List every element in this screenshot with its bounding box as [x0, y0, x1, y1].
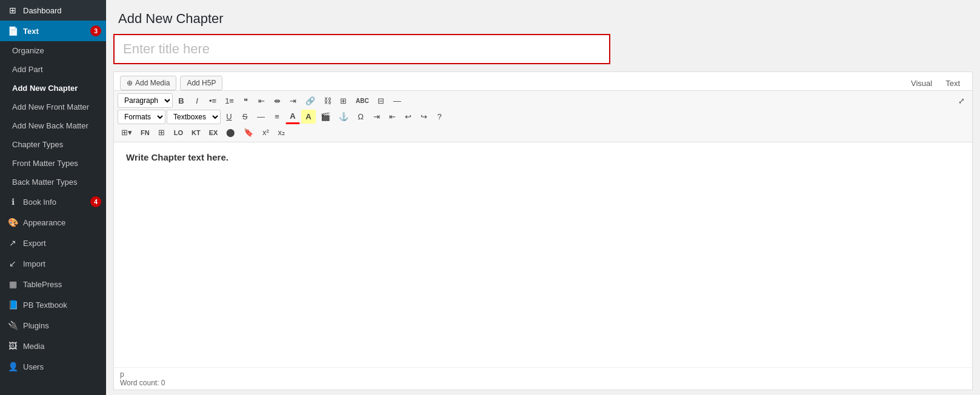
sidebar-item-media[interactable]: 🖼 Media [0, 336, 106, 356]
book-info-icon: ℹ [7, 196, 18, 207]
expand-button[interactable]: ⤢ [954, 94, 968, 108]
font-color-button[interactable]: A [285, 109, 300, 124]
page-header: Add New Chapter [106, 0, 980, 34]
sidebar-item-label: Add New Chapter [12, 84, 78, 93]
add-media-button[interactable]: ⊕ Add Media [120, 76, 176, 90]
sidebar-item-users[interactable]: 👤 Users [0, 356, 106, 377]
blockquote-button[interactable]: ❝ [239, 94, 253, 108]
redo-button[interactable]: ↪ [416, 110, 431, 124]
align-right-button[interactable]: ⇥ [286, 94, 301, 108]
sidebar-item-organize[interactable]: Organize [0, 41, 106, 60]
add-media-label: Add Media [135, 79, 170, 87]
sidebar-item-tablepress[interactable]: ▦ TablePress [0, 274, 106, 294]
editor-content[interactable]: Write Chapter text here. [114, 142, 972, 367]
align-center-button[interactable]: ⇼ [270, 94, 285, 108]
view-tabs: Visual Text [905, 76, 966, 90]
hr-button[interactable]: — [253, 110, 268, 124]
sidebar-item-label: Appearance [23, 218, 65, 227]
sidebar-item-book-info[interactable]: ℹ Book Info 4 [0, 191, 106, 212]
spellcheck-button[interactable]: ABC [352, 95, 373, 107]
special-char-button[interactable]: Ω [353, 110, 368, 124]
ltr-button[interactable]: ⇥ [369, 110, 384, 124]
superscript-button[interactable]: x² [258, 125, 273, 139]
sidebar-item-text[interactable]: 📄 Text 3 [0, 21, 106, 41]
paragraph-select[interactable]: Paragraph [118, 93, 173, 108]
more-button[interactable]: — [390, 94, 405, 108]
editor-tab-row: ⊕ Add Media Add H5P Visual Text [114, 72, 972, 91]
sidebar-item-plugins[interactable]: 🔌 Plugins [0, 315, 106, 336]
sidebar-item-front-matter-types[interactable]: Front Matter Types [0, 154, 106, 173]
media-icon: 🖼 [7, 340, 18, 351]
bookmark-button[interactable]: 🔖 [240, 125, 257, 139]
main-content: Add New Chapter ⊕ Add Media Add H5P Visu… [106, 0, 980, 395]
chapter-title-input[interactable] [113, 34, 610, 64]
add-h5p-button[interactable]: Add H5P [180, 76, 222, 90]
italic-button[interactable]: I [190, 94, 204, 108]
import-icon: ↙ [7, 258, 18, 269]
visual-tab[interactable]: Visual [905, 76, 938, 90]
tablepress-icon: ▦ [7, 279, 18, 290]
insert-table-button[interactable]: ⊞ [336, 94, 351, 108]
kt-button[interactable]: KT [188, 127, 204, 139]
fn-button[interactable]: FN [137, 127, 153, 139]
media-toolbar-button[interactable]: 🎬 [317, 110, 334, 124]
help-button[interactable]: ? [432, 110, 447, 124]
sidebar-item-chapter-types[interactable]: Chapter Types [0, 135, 106, 154]
ex-button[interactable]: EX [205, 127, 222, 139]
sidebar-item-appearance[interactable]: 🎨 Appearance [0, 212, 106, 233]
grid-button[interactable]: ⊞ [155, 125, 169, 139]
sidebar: ⊞ Dashboard 📄 Text 3 Organize Add Part A… [0, 0, 106, 395]
editor-placeholder: Write Chapter text here. [126, 152, 960, 162]
dashboard-icon: ⊞ [7, 5, 18, 16]
plugins-icon: 🔌 [7, 320, 18, 331]
sidebar-item-dashboard[interactable]: ⊞ Dashboard [0, 0, 106, 21]
sidebar-item-label: Dashboard [23, 6, 62, 15]
underline-button[interactable]: U [222, 110, 236, 124]
editor-tag: p [120, 370, 966, 379]
ol-button[interactable]: 1≡ [221, 94, 238, 108]
sidebar-item-pb-textbook[interactable]: 📘 PB Textbook [0, 294, 106, 315]
sidebar-item-label: Chapter Types [12, 140, 63, 149]
sidebar-item-label: Organize [12, 46, 44, 55]
sidebar-item-label: Add Part [12, 65, 43, 74]
sidebar-item-add-part[interactable]: Add Part [0, 60, 106, 79]
justify-button[interactable]: ≡ [270, 110, 284, 124]
subscript-button[interactable]: x₂ [274, 125, 288, 139]
lo-button[interactable]: LO [170, 127, 187, 139]
text-tab[interactable]: Text [939, 76, 966, 90]
sidebar-item-export[interactable]: ↗ Export [0, 233, 106, 253]
font-bg-button[interactable]: A [301, 110, 316, 124]
sidebar-item-label: Users [23, 362, 44, 371]
sidebar-item-label: PB Textbook [23, 300, 67, 310]
sidebar-item-import[interactable]: ↙ Import [0, 253, 106, 274]
add-h5p-label: Add H5P [187, 79, 216, 87]
strikethrough-button[interactable]: S [238, 110, 252, 124]
appearance-icon: 🎨 [7, 217, 18, 228]
export-icon: ↗ [7, 237, 18, 248]
page-title: Add New Chapter [118, 11, 968, 27]
toolbar-row-2: Formats Textboxes U S — ≡ A A 🎬 ⚓ Ω ⇥ ⇤ [118, 109, 968, 124]
sidebar-item-label: Add New Back Matter [12, 121, 88, 130]
rtl-button[interactable]: ⇤ [385, 110, 399, 124]
sidebar-item-label: TablePress [23, 280, 62, 289]
ul-button[interactable]: •≡ [205, 94, 220, 108]
sidebar-item-back-matter-types[interactable]: Back Matter Types [0, 173, 106, 191]
table2-button[interactable]: ⊟ [374, 94, 388, 108]
sidebar-item-add-new-back-matter[interactable]: Add New Back Matter [0, 116, 106, 135]
undo-button[interactable]: ↩ [401, 110, 415, 124]
sidebar-item-add-new-chapter[interactable]: Add New Chapter [0, 79, 106, 98]
title-input-wrap [113, 34, 973, 64]
link-button[interactable]: 🔗 [302, 94, 319, 108]
unlink-button[interactable]: ⛓ [320, 94, 335, 108]
toolbar-row-1: Paragraph B I •≡ 1≡ ❝ ⇤ ⇼ ⇥ 🔗 ⛓ ⊞ ABC ⊟ … [118, 93, 968, 108]
anchor-button[interactable]: ⚓ [335, 110, 352, 124]
sidebar-item-add-new-front-matter[interactable]: Add New Front Matter [0, 98, 106, 116]
media-buttons: ⊕ Add Media Add H5P [120, 76, 222, 90]
sidebar-item-label: Plugins [23, 321, 49, 330]
textboxes-select[interactable]: Textboxes [167, 110, 221, 124]
formats-select[interactable]: Formats [118, 110, 165, 124]
circle-button[interactable]: ⬤ [222, 125, 239, 139]
bold-button[interactable]: B [174, 94, 188, 108]
align-left-button[interactable]: ⇤ [255, 94, 269, 108]
table-tools-button[interactable]: ⊞▾ [118, 125, 136, 139]
